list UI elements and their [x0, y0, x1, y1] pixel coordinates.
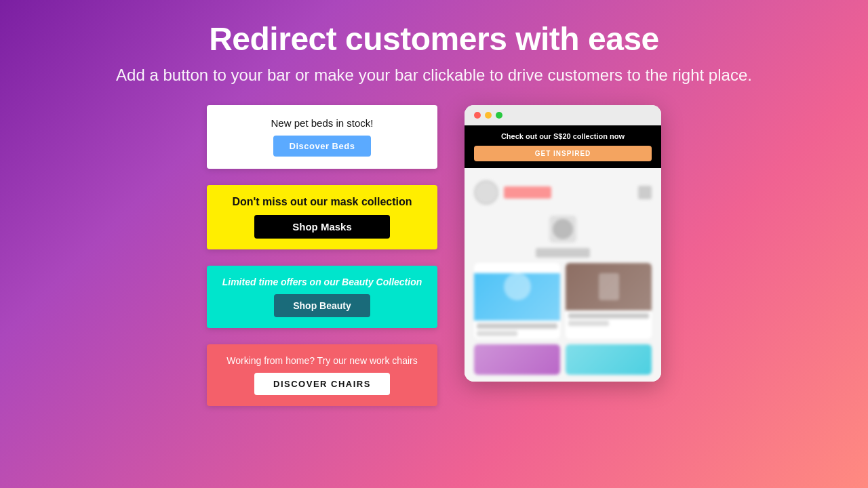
product-name-2: [568, 313, 649, 319]
page-header: Redirect customers with ease Add a butto…: [102, 0, 766, 92]
bar-pets-button[interactable]: Discover Beds: [273, 136, 372, 157]
content-area: New pet beds in stock! Discover Beds Don…: [61, 92, 807, 420]
browser-mockup: Check out our S$20 collection now GET IN…: [465, 105, 661, 382]
shop-logo-circle: [474, 180, 498, 205]
product-card-4: [566, 344, 652, 375]
page-subtitle: Add a button to your bar or make your ba…: [116, 66, 752, 85]
bar-chairs-text: Working from home? Try our new work chai…: [226, 355, 417, 366]
products-grid: [471, 263, 654, 339]
bar-masks-text: Don't miss out our mask collection: [232, 196, 412, 208]
browser-notif-bar: Check out our S$20 collection now GET IN…: [465, 125, 661, 168]
dot-red: [474, 112, 481, 119]
bar-beauty[interactable]: Limited time offers on our Beauty Collec…: [207, 266, 437, 328]
product-price-1: [477, 331, 517, 336]
dot-green: [496, 112, 502, 119]
product-card-1: [474, 263, 560, 339]
browser-notif-text: Check out our S$20 collection now: [501, 132, 625, 140]
products-grid-2: [471, 344, 654, 375]
bar-beauty-text: Limited time offers on our Beauty Collec…: [222, 277, 422, 287]
product-card-2: [566, 263, 652, 339]
bar-masks[interactable]: Don't miss out our mask collection Shop …: [207, 185, 437, 249]
browser-body: [465, 168, 661, 382]
bar-beauty-button[interactable]: Shop Beauty: [274, 294, 370, 317]
bar-pets[interactable]: New pet beds in stock! Discover Beds: [207, 105, 437, 169]
dot-yellow: [485, 112, 492, 119]
featured-product-image: [549, 216, 576, 243]
product-card-3: [474, 344, 560, 375]
bar-chairs[interactable]: Working from home? Try our new work chai…: [207, 344, 437, 406]
page-title: Redirect customers with ease: [116, 20, 752, 58]
shop-content: [465, 168, 661, 382]
browser-chrome: [465, 105, 661, 125]
shop-nav: [471, 175, 654, 210]
product-price-2: [568, 321, 609, 326]
product-card-info-2: [566, 310, 652, 329]
bar-pets-text: New pet beds in stock!: [271, 117, 374, 129]
bar-masks-button[interactable]: Shop Masks: [254, 215, 390, 239]
product-card-info-1: [474, 321, 560, 339]
product-img-1: [474, 273, 560, 321]
bars-column: New pet beds in stock! Discover Beds Don…: [207, 105, 437, 406]
shop-logo-text: [504, 186, 551, 199]
product-img-2: [566, 263, 652, 310]
products-heading: [536, 248, 590, 258]
browser-notif-button[interactable]: GET INSPIRED: [474, 146, 652, 161]
cart-icon: [638, 186, 652, 199]
bar-chairs-button[interactable]: DISCOVER CHAIRS: [254, 373, 390, 395]
product-name-1: [477, 323, 557, 329]
shop-logo-area: [474, 180, 551, 205]
